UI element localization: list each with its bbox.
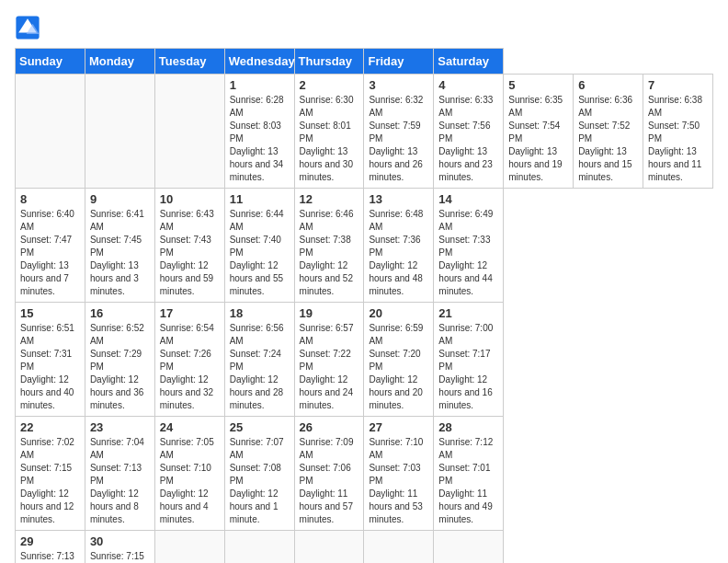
calendar-cell <box>85 75 154 189</box>
day-info: Sunrise: 6:49 AMSunset: 7:33 PMDaylight:… <box>438 208 498 298</box>
day-number: 17 <box>160 306 220 320</box>
calendar-table: SundayMondayTuesdayWednesdayThursdayFrid… <box>15 48 713 563</box>
calendar-week-2: 8Sunrise: 6:40 AMSunset: 7:47 PMDaylight… <box>16 189 713 303</box>
calendar-week-5: 29Sunrise: 7:13 AMSunset: 6:59 PMDayligh… <box>16 531 713 564</box>
calendar-cell: 3Sunrise: 6:32 AMSunset: 7:59 PMDaylight… <box>364 75 434 189</box>
calendar-cell: 14Sunrise: 6:49 AMSunset: 7:33 PMDayligh… <box>434 189 504 303</box>
calendar-cell: 29Sunrise: 7:13 AMSunset: 6:59 PMDayligh… <box>16 531 85 564</box>
calendar-weekday-wednesday: Wednesday <box>224 49 294 75</box>
calendar-cell: 23Sunrise: 7:04 AMSunset: 7:13 PMDayligh… <box>85 417 154 531</box>
calendar-week-4: 22Sunrise: 7:02 AMSunset: 7:15 PMDayligh… <box>16 417 713 531</box>
calendar-cell: 30Sunrise: 7:15 AMSunset: 6:56 PMDayligh… <box>85 531 154 564</box>
calendar-body: 1Sunrise: 6:28 AMSunset: 8:03 PMDaylight… <box>16 75 713 564</box>
calendar-cell <box>364 531 434 564</box>
calendar-cell <box>434 531 504 564</box>
day-number: 18 <box>230 306 290 320</box>
day-number: 20 <box>369 306 428 320</box>
day-info: Sunrise: 6:59 AMSunset: 7:20 PMDaylight:… <box>369 322 428 412</box>
day-number: 21 <box>438 306 498 320</box>
calendar-weekday-tuesday: Tuesday <box>154 49 224 75</box>
calendar-weekday-sunday: Sunday <box>16 49 85 75</box>
calendar-cell: 25Sunrise: 7:07 AMSunset: 7:08 PMDayligh… <box>224 417 294 531</box>
calendar-cell: 22Sunrise: 7:02 AMSunset: 7:15 PMDayligh… <box>16 417 85 531</box>
day-info: Sunrise: 6:44 AMSunset: 7:40 PMDaylight:… <box>230 208 290 298</box>
day-number: 16 <box>90 306 150 320</box>
day-info: Sunrise: 7:00 AMSunset: 7:17 PMDaylight:… <box>438 322 498 412</box>
calendar-cell: 16Sunrise: 6:52 AMSunset: 7:29 PMDayligh… <box>85 303 154 417</box>
day-number: 28 <box>438 420 498 434</box>
calendar-cell: 24Sunrise: 7:05 AMSunset: 7:10 PMDayligh… <box>154 417 224 531</box>
calendar-cell: 26Sunrise: 7:09 AMSunset: 7:06 PMDayligh… <box>294 417 364 531</box>
calendar-cell: 17Sunrise: 6:54 AMSunset: 7:26 PMDayligh… <box>154 303 224 417</box>
day-info: Sunrise: 6:52 AMSunset: 7:29 PMDaylight:… <box>90 322 150 412</box>
day-info: Sunrise: 6:54 AMSunset: 7:26 PMDaylight:… <box>160 322 220 412</box>
day-info: Sunrise: 7:13 AMSunset: 6:59 PMDaylight:… <box>20 550 80 563</box>
calendar-cell: 15Sunrise: 6:51 AMSunset: 7:31 PMDayligh… <box>16 303 85 417</box>
day-info: Sunrise: 6:41 AMSunset: 7:45 PMDaylight:… <box>90 208 150 298</box>
day-number: 15 <box>20 306 80 320</box>
calendar-cell: 1Sunrise: 6:28 AMSunset: 8:03 PMDaylight… <box>224 75 294 189</box>
day-number: 13 <box>369 192 428 206</box>
day-number: 19 <box>300 306 359 320</box>
day-number: 23 <box>90 420 150 434</box>
calendar-cell: 19Sunrise: 6:57 AMSunset: 7:22 PMDayligh… <box>294 303 364 417</box>
calendar-cell: 2Sunrise: 6:30 AMSunset: 8:01 PMDaylight… <box>294 75 364 189</box>
day-number: 24 <box>160 420 220 434</box>
day-number: 30 <box>90 534 150 548</box>
calendar-cell: 27Sunrise: 7:10 AMSunset: 7:03 PMDayligh… <box>364 417 434 531</box>
calendar-cell: 21Sunrise: 7:00 AMSunset: 7:17 PMDayligh… <box>434 303 504 417</box>
day-number: 5 <box>508 78 568 92</box>
calendar-cell: 18Sunrise: 6:56 AMSunset: 7:24 PMDayligh… <box>224 303 294 417</box>
day-info: Sunrise: 7:07 AMSunset: 7:08 PMDaylight:… <box>230 436 290 526</box>
calendar-cell: 8Sunrise: 6:40 AMSunset: 7:47 PMDaylight… <box>16 189 85 303</box>
day-info: Sunrise: 6:28 AMSunset: 8:03 PMDaylight:… <box>230 94 290 184</box>
day-info: Sunrise: 7:09 AMSunset: 7:06 PMDaylight:… <box>300 436 359 526</box>
day-number: 26 <box>300 420 359 434</box>
calendar-cell <box>154 75 224 189</box>
day-number: 1 <box>230 78 290 92</box>
day-number: 11 <box>230 192 290 206</box>
calendar-weekday-friday: Friday <box>364 49 434 75</box>
calendar-cell: 9Sunrise: 6:41 AMSunset: 7:45 PMDaylight… <box>85 189 154 303</box>
calendar-cell: 28Sunrise: 7:12 AMSunset: 7:01 PMDayligh… <box>434 417 504 531</box>
day-number: 9 <box>90 192 150 206</box>
day-number: 22 <box>20 420 80 434</box>
day-info: Sunrise: 6:32 AMSunset: 7:59 PMDaylight:… <box>369 94 428 184</box>
day-info: Sunrise: 6:35 AMSunset: 7:54 PMDaylight:… <box>508 94 568 184</box>
day-info: Sunrise: 6:57 AMSunset: 7:22 PMDaylight:… <box>300 322 359 412</box>
day-info: Sunrise: 7:10 AMSunset: 7:03 PMDaylight:… <box>369 436 428 526</box>
day-info: Sunrise: 6:48 AMSunset: 7:36 PMDaylight:… <box>369 208 428 298</box>
day-number: 27 <box>369 420 428 434</box>
calendar-header-row: SundayMondayTuesdayWednesdayThursdayFrid… <box>16 49 713 75</box>
page-header <box>15 15 713 40</box>
calendar-week-1: 1Sunrise: 6:28 AMSunset: 8:03 PMDaylight… <box>16 75 713 189</box>
day-number: 25 <box>230 420 290 434</box>
calendar-cell <box>224 531 294 564</box>
calendar-cell: 13Sunrise: 6:48 AMSunset: 7:36 PMDayligh… <box>364 189 434 303</box>
day-info: Sunrise: 6:36 AMSunset: 7:52 PMDaylight:… <box>578 94 638 184</box>
calendar-weekday-thursday: Thursday <box>294 49 364 75</box>
calendar-weekday-monday: Monday <box>85 49 154 75</box>
calendar-cell: 6Sunrise: 6:36 AMSunset: 7:52 PMDaylight… <box>574 75 643 189</box>
day-number: 3 <box>369 78 428 92</box>
day-number: 8 <box>20 192 80 206</box>
day-number: 2 <box>300 78 359 92</box>
day-info: Sunrise: 6:51 AMSunset: 7:31 PMDaylight:… <box>20 322 80 412</box>
day-number: 14 <box>438 192 498 206</box>
calendar-cell <box>294 531 364 564</box>
day-number: 4 <box>438 78 498 92</box>
day-info: Sunrise: 6:56 AMSunset: 7:24 PMDaylight:… <box>230 322 290 412</box>
day-number: 12 <box>300 192 359 206</box>
day-info: Sunrise: 6:33 AMSunset: 7:56 PMDaylight:… <box>438 94 498 184</box>
logo-icon <box>15 15 40 40</box>
day-info: Sunrise: 6:30 AMSunset: 8:01 PMDaylight:… <box>300 94 359 184</box>
day-number: 7 <box>648 78 708 92</box>
calendar-cell: 11Sunrise: 6:44 AMSunset: 7:40 PMDayligh… <box>224 189 294 303</box>
day-info: Sunrise: 6:40 AMSunset: 7:47 PMDaylight:… <box>20 208 80 298</box>
day-info: Sunrise: 7:04 AMSunset: 7:13 PMDaylight:… <box>90 436 150 526</box>
calendar-week-3: 15Sunrise: 6:51 AMSunset: 7:31 PMDayligh… <box>16 303 713 417</box>
day-info: Sunrise: 7:12 AMSunset: 7:01 PMDaylight:… <box>438 436 498 526</box>
calendar-cell <box>154 531 224 564</box>
calendar-cell <box>16 75 85 189</box>
calendar-cell: 4Sunrise: 6:33 AMSunset: 7:56 PMDaylight… <box>434 75 504 189</box>
